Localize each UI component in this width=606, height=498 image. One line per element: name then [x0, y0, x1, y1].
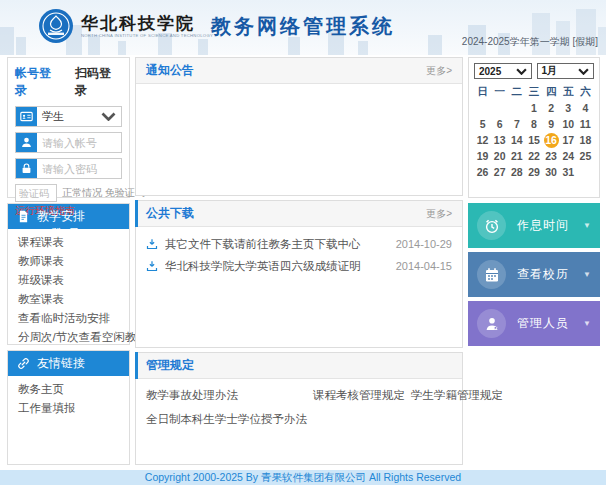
link-item-jwzy[interactable]: 教务主页	[18, 380, 119, 399]
download-date: 2014-04-15	[396, 260, 452, 272]
regulation-link[interactable]: 教学事故处理办法	[146, 388, 307, 403]
menu-item-classroom-timetable[interactable]: 教室课表	[18, 290, 119, 309]
role-field: 学生	[15, 106, 122, 127]
calendar-day[interactable]: 11	[577, 116, 594, 132]
school-calendar-button[interactable]: 查看校历 ▼	[468, 252, 600, 297]
calendar-day[interactable]: 7	[508, 116, 525, 132]
menu-item-free-classrooms[interactable]: 分周次/节次查看空闲教室	[18, 328, 119, 347]
calendar-day[interactable]: 22	[525, 148, 542, 164]
calendar-day[interactable]: 19	[474, 148, 491, 164]
link-item-gzltb[interactable]: 工作量填报	[18, 399, 119, 418]
tab-qrcode-login[interactable]: 扫码登录	[75, 65, 122, 99]
calendar-day[interactable]: 21	[508, 148, 525, 164]
calendar-day[interactable]: 30	[543, 164, 560, 180]
dow-label: 一	[491, 83, 508, 100]
calendar-day[interactable]: 27	[491, 164, 508, 180]
calendar-day[interactable]: 13	[491, 132, 508, 148]
regulations-header: 管理规定	[136, 353, 462, 379]
calendar-day[interactable]: 31	[560, 164, 577, 180]
calendar-day[interactable]: 26	[474, 164, 491, 180]
friendly-links-list: 教务主页 工作量填报	[8, 380, 129, 418]
regulations-panel: 管理规定 教学事故处理办法 课程考核管理规定 学生学籍管理规定 全日制本科生学士…	[135, 352, 463, 465]
lock-icon	[16, 159, 37, 178]
calendar-panel: 2025 1月 日 一 二 三 四 五 六	[468, 57, 600, 198]
download-link[interactable]: 华北科技学院大学英语四六级成绩证明	[165, 259, 388, 274]
account-input[interactable]	[37, 133, 121, 152]
calendar-day[interactable]: 2	[543, 100, 560, 116]
chevron-down-icon	[516, 68, 527, 75]
menu-item-teacher-timetable[interactable]: 教师课表	[18, 252, 119, 271]
regulation-link[interactable]: 课程考核管理规定	[313, 388, 405, 403]
month-value: 1月	[542, 64, 558, 78]
regulations-title: 管理规定	[146, 357, 194, 374]
calendar-day	[491, 100, 508, 116]
teaching-arrangements-title: 教学安排	[37, 208, 85, 225]
captcha-row: 正常情况 免验证码	[15, 184, 122, 202]
school-name-en: NORTH CHINA INSTITUTE OF SCIENCE AND TEC…	[81, 33, 213, 37]
downloads-more-link[interactable]: 更多>	[426, 207, 452, 221]
semester-label: 2024-2025学年第一学期 [假期]	[462, 35, 598, 49]
content: 帐号登录 扫码登录 学生	[0, 55, 606, 465]
year-value: 2025	[479, 66, 501, 77]
regulation-link[interactable]: 全日制本科生学士学位授予办法	[146, 412, 307, 427]
logo-area: 华北科技学院 NORTH CHINA INSTITUTE OF SCIENCE …	[38, 8, 270, 44]
calendar-day[interactable]: 24	[560, 148, 577, 164]
calendar-day[interactable]: 6	[491, 116, 508, 132]
calendar-day[interactable]: 25	[577, 148, 594, 164]
admin-staff-label: 管理人员	[517, 315, 569, 332]
menu-item-temp-activities[interactable]: 查看临时活动安排	[18, 309, 119, 328]
calendar-day[interactable]: 18	[577, 132, 594, 148]
document-icon	[17, 210, 30, 223]
right-column: 2025 1月 日 一 二 三 四 五 六	[468, 57, 600, 346]
user-icon	[16, 133, 37, 152]
regulation-link[interactable]: 学生学籍管理规定	[411, 388, 503, 403]
calendar-day[interactable]: 10	[560, 116, 577, 132]
calendar-day	[474, 100, 491, 116]
notices-header: 通知公告 更多>	[136, 58, 462, 84]
calendar-day	[577, 164, 594, 180]
captcha-input[interactable]	[15, 184, 57, 202]
link-icon	[17, 357, 30, 370]
downloads-title: 公共下载	[146, 205, 194, 222]
calendar-day[interactable]: 23	[543, 148, 560, 164]
calendar-day[interactable]: 4	[577, 100, 594, 116]
calendar-day[interactable]: 14	[508, 132, 525, 148]
password-input[interactable]	[37, 159, 121, 178]
friendly-links-header: 友情链接	[8, 351, 129, 376]
notices-more-link[interactable]: 更多>	[426, 64, 452, 78]
calendar-day[interactable]: 1	[525, 100, 542, 116]
alarm-clock-icon	[477, 211, 506, 240]
dow-label: 四	[543, 83, 560, 100]
calendar-day[interactable]: 9	[543, 116, 560, 132]
admin-staff-button[interactable]: 管理人员 ▼	[468, 301, 600, 346]
dow-label: 日	[474, 83, 491, 100]
dow-label: 二	[508, 83, 525, 100]
login-tabs: 帐号登录 扫码登录	[15, 65, 122, 99]
login-panel: 帐号登录 扫码登录 学生	[7, 57, 130, 198]
teaching-arrangements-panel: 教学安排 课程课表 教师课表 班级课表 教室课表 查看临时活动安排 分周次/节次…	[7, 203, 130, 345]
calendar-day-today[interactable]: 16	[543, 132, 560, 148]
work-schedule-button[interactable]: 作息时间 ▼	[468, 203, 600, 248]
calendar-day[interactable]: 20	[491, 148, 508, 164]
calendar-day[interactable]: 8	[525, 116, 542, 132]
calendar-day[interactable]: 3	[560, 100, 577, 116]
year-select[interactable]: 2025	[474, 63, 532, 79]
calendar-day[interactable]: 17	[560, 132, 577, 148]
calendar-day[interactable]: 29	[525, 164, 542, 180]
calendar-day[interactable]: 28	[508, 164, 525, 180]
chevron-down-icon	[578, 68, 589, 75]
calendar-day[interactable]: 5	[474, 116, 491, 132]
calendar-selects: 2025 1月	[474, 63, 594, 79]
download-link[interactable]: 其它文件下载请前往教务主页下载中心	[165, 237, 388, 252]
tab-account-login[interactable]: 帐号登录	[15, 65, 62, 99]
calendar-day[interactable]: 15	[525, 132, 542, 148]
calendar-grid: 日 一 二 三 四 五 六 1 2 3 4 5 6 7	[474, 83, 594, 180]
menu-item-class-timetable[interactable]: 班级课表	[18, 271, 119, 290]
role-select[interactable]: 学生	[37, 107, 121, 126]
calendar-day[interactable]: 12	[474, 132, 491, 148]
middle-column: 通知公告 更多> 公共下载 更多> 其它文件下载请前往教务主页下载中心 2014…	[135, 57, 463, 465]
footer-copyright: Copyright 2000-2025 By 青果软件集团有限公司 All Ri…	[0, 470, 606, 485]
caret-down-icon: ▼	[583, 270, 591, 279]
download-icon	[146, 238, 158, 250]
month-select[interactable]: 1月	[537, 63, 595, 79]
